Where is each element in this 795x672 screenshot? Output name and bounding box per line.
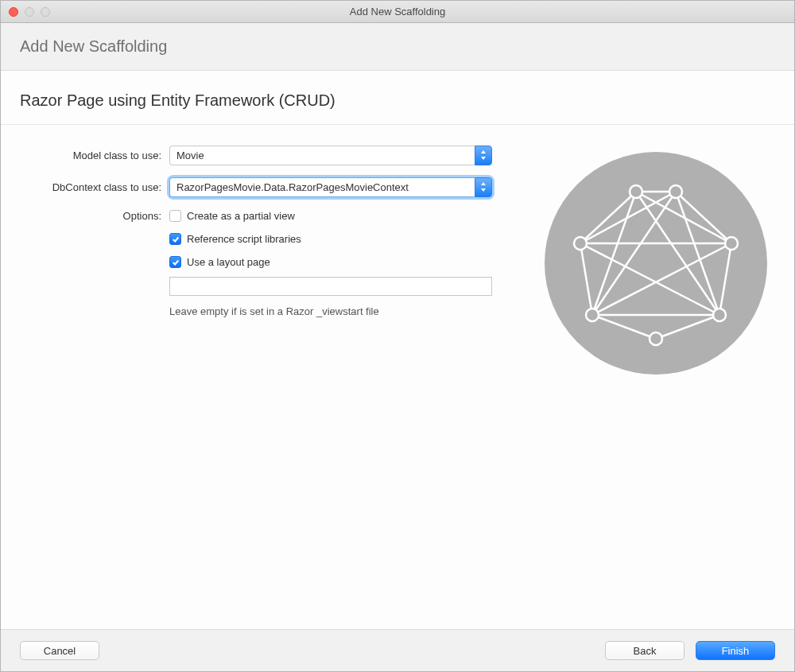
dialog-content: Razor Page using Entity Framework (CRUD)… [1, 71, 794, 629]
updown-icon [480, 182, 487, 192]
model-class-combobox[interactable] [169, 146, 492, 165]
dialog-header-title: Add New Scaffolding [20, 37, 775, 56]
svg-point-20 [574, 237, 587, 250]
model-class-label: Model class to use: [20, 150, 169, 161]
form-left: Model class to use: DbContext class to u… [20, 144, 505, 375]
svg-point-23 [713, 309, 726, 321]
layout-page-checkbox[interactable] [169, 256, 181, 268]
layout-page-option[interactable]: Use a layout page [169, 254, 505, 270]
dbcontext-class-dropdown-button[interactable] [475, 177, 492, 197]
model-class-dropdown-button[interactable] [475, 146, 492, 165]
check-icon [172, 235, 180, 243]
decorative-graphic [537, 144, 775, 375]
minimize-window-button[interactable] [25, 7, 34, 17]
finish-button[interactable]: Finish [696, 641, 775, 660]
close-window-button[interactable] [9, 7, 18, 17]
back-button[interactable]: Back [605, 641, 684, 660]
layout-page-input[interactable] [169, 277, 492, 296]
svg-point-19 [669, 185, 682, 198]
layout-helper-text: Leave empty if is set in a Razor _viewst… [169, 305, 505, 317]
updown-icon [480, 150, 487, 160]
window-controls [1, 7, 50, 17]
subtitle-area: Razor Page using Entity Framework (CRUD) [1, 71, 794, 125]
page-subtitle: Razor Page using Entity Framework (CRUD) [20, 91, 775, 110]
dbcontext-class-input[interactable] [169, 177, 475, 197]
model-class-row: Model class to use: [20, 144, 505, 166]
dialog-window: Add New Scaffolding Add New Scaffolding … [0, 0, 795, 672]
dbcontext-class-combobox[interactable] [169, 177, 492, 197]
options-stack: Create as a partial view Reference scrip… [169, 208, 505, 317]
titlebar: Add New Scaffolding [1, 1, 794, 23]
svg-point-18 [630, 185, 642, 198]
script-libraries-label: Reference script libraries [187, 233, 301, 245]
options-label: Options: [20, 208, 169, 222]
script-libraries-checkbox[interactable] [169, 233, 181, 245]
script-libraries-option[interactable]: Reference script libraries [169, 231, 505, 247]
partial-view-option[interactable]: Create as a partial view [169, 208, 505, 224]
layout-page-label: Use a layout page [187, 256, 270, 268]
footer-right-buttons: Back Finish [605, 641, 775, 660]
graph-icon [545, 152, 767, 375]
partial-view-label: Create as a partial view [187, 210, 295, 222]
dbcontext-class-row: DbContext class to use: [20, 176, 505, 198]
svg-point-24 [650, 332, 662, 345]
window-title: Add New Scaffolding [1, 6, 794, 17]
maximize-window-button[interactable] [41, 7, 50, 17]
dbcontext-class-label: DbContext class to use: [20, 181, 169, 193]
partial-view-checkbox[interactable] [169, 210, 181, 222]
dialog-footer: Cancel Back Finish [1, 629, 794, 671]
svg-point-22 [586, 309, 599, 321]
dialog-header: Add New Scaffolding [1, 23, 794, 71]
options-row: Options: Create as a partial view [20, 208, 505, 317]
check-icon [172, 258, 180, 266]
model-class-input[interactable] [169, 146, 475, 165]
svg-point-21 [725, 237, 738, 250]
form-area: Model class to use: DbContext class to u… [1, 125, 794, 394]
cancel-button[interactable]: Cancel [20, 641, 99, 660]
